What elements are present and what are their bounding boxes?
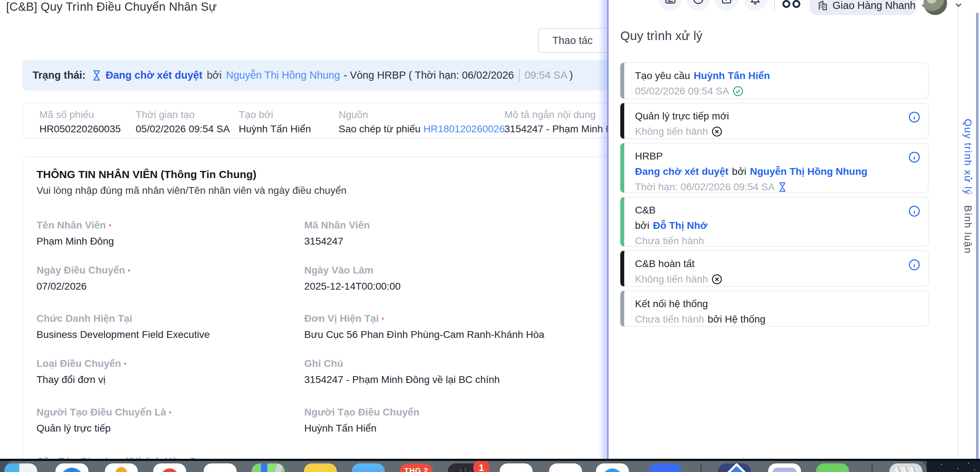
status-label: Trạng thái: <box>33 70 86 81</box>
employee-info-card: THÔNG TIN NHÂN VIÊN (Thông Tin Chung) Vu… <box>22 156 608 459</box>
info-icon[interactable] <box>908 259 920 271</box>
workflow-step-cb-complete[interactable]: C&B hoàn tất Không tiến hành <box>620 250 929 287</box>
main-content: [C&B] Quy Trình Điều Chuyển Nhân Sự Thao… <box>0 0 608 459</box>
field-transfer-date: Ngày Điều Chuyển* 07/02/2026 <box>37 265 130 276</box>
hourglass-icon <box>92 70 101 81</box>
dock-icon-maps[interactable] <box>251 463 285 472</box>
status-round: - Vòng HRBP ( Thời hạn: 06/02/2026 <box>344 70 514 81</box>
dock-separator <box>700 463 702 472</box>
required-marker: * <box>169 410 171 417</box>
workflow-step-hrbp[interactable]: HRBP Đang chờ xét duyệt bởi Nguyễn Thị H… <box>620 143 929 193</box>
section-subtitle: Vui lòng nhập đúng mã nhân viên/Tên nhân… <box>37 185 347 196</box>
field-current-unit: Đơn Vị Hiện Tại* Bưu Cục 56 Phan Đình Ph… <box>304 313 384 324</box>
dock-icon-voice-memos[interactable] <box>153 463 186 472</box>
field-handover-question: Cần Bàn Giao Lead/Khách Hàng?* <box>37 456 201 459</box>
step-person-link[interactable]: Huỳnh Tấn Hiển <box>694 70 770 82</box>
avatar[interactable] <box>923 0 947 15</box>
side-tab-strip: Quy trình xử lý Bình luận <box>958 0 977 459</box>
status-bar: Trạng thái: Đang chờ xét duyệt bởi Nguyễ… <box>22 60 608 90</box>
step-person-link[interactable]: Đỗ Thị Nhớ <box>653 220 707 231</box>
chevron-down-icon[interactable] <box>953 0 964 10</box>
workflow-panel: Quy trình xử lý Tạo yêu cầu Huỳnh Tấn Hi… <box>608 0 958 459</box>
dock-icon-safari[interactable] <box>56 463 88 472</box>
workflow-panel-title: Quy trình xử lý <box>620 29 703 43</box>
status-by: bởi <box>207 70 222 81</box>
required-marker: * <box>124 362 126 368</box>
info-icon[interactable] <box>908 151 920 163</box>
company-selector[interactable]: Giao Hàng Nhanh <box>810 0 916 15</box>
dock-icon-app-purple[interactable] <box>768 463 801 472</box>
dock-icon-app-white-2[interactable] <box>500 463 533 472</box>
info-icon[interactable] <box>908 205 920 217</box>
desktop: THG 2 1 <box>0 461 980 472</box>
cancel-circle-icon <box>711 274 722 285</box>
status-value: Đang chờ xét duyệt <box>106 70 202 81</box>
required-marker: * <box>382 317 384 323</box>
field-start-date: Ngày Vào Làm 2025-12-14T00:00:00 <box>304 265 373 276</box>
field-creator-name: Người Tạo Điều Chuyển Huỳnh Tấn Hiển <box>304 407 420 418</box>
info-icon[interactable] <box>908 111 920 123</box>
bell-icon[interactable] <box>743 0 767 11</box>
status-time: 09:54 SA <box>525 70 567 81</box>
dock-icon-notes[interactable] <box>304 463 337 472</box>
dock-icon-app-white-1[interactable] <box>204 463 237 472</box>
dock-icon-browser[interactable] <box>596 463 629 472</box>
required-marker: * <box>128 269 130 275</box>
building-icon <box>818 0 828 11</box>
status-person-link[interactable]: Nguyễn Thị Hồng Nhung <box>226 70 340 81</box>
workflow-step-system-sync[interactable]: Kết nối hệ thống Chưa tiến hành bởi Hệ t… <box>620 290 929 327</box>
dock-icon-app-green[interactable] <box>816 463 849 472</box>
scrollbar[interactable] <box>976 13 978 459</box>
field-note: Ghi Chú 3154247 - Phạm Minh Đông về lại … <box>304 358 343 369</box>
dock-icon-app-blue[interactable] <box>649 463 682 472</box>
source-prefix: Sao chép từ phiếu <box>339 124 423 135</box>
cancel-circle-icon <box>711 126 722 137</box>
dock-icon-calendar[interactable]: THG 2 <box>400 463 433 472</box>
status-divider <box>519 69 520 82</box>
notification-badge: 1 <box>473 461 490 472</box>
wallpaper <box>927 461 980 472</box>
dock-icon-trash[interactable] <box>889 463 923 472</box>
company-name: Giao Hàng Nhanh <box>832 0 916 11</box>
action-button[interactable]: Thao tác <box>538 28 608 53</box>
screen: [C&B] Quy Trình Điều Chuyển Nhân Sự Thao… <box>0 0 980 472</box>
dock-icon-launchpad[interactable] <box>105 463 138 472</box>
field-creator-role: Người Tạo Điều Chuyển Là* Quản lý trực t… <box>37 407 171 418</box>
tab-comments[interactable]: Bình luận <box>962 205 974 254</box>
help-icon[interactable] <box>687 0 710 11</box>
apps-icon[interactable] <box>783 0 800 8</box>
approvals-icon[interactable] <box>715 0 738 11</box>
source-ticket-link[interactable]: HR180120260026 <box>423 124 505 135</box>
dock-icon-deploy-tool[interactable] <box>718 463 751 472</box>
app-header: Giao Hàng Nhanh <box>0 0 980 21</box>
news-icon[interactable] <box>659 0 682 11</box>
section-title: THÔNG TIN NHÂN VIÊN (Thông Tin Chung) <box>37 168 256 181</box>
dock-icon-messages[interactable] <box>352 463 385 472</box>
field-transfer-type: Loại Điều Chuyển* Thay đổi đơn vị <box>37 358 126 369</box>
field-employee-code: Mã Nhân Viên 3154247 <box>304 220 370 231</box>
dock-icon-finder[interactable] <box>4 463 37 472</box>
header-divider <box>774 0 775 10</box>
dock: THG 2 1 <box>4 461 927 472</box>
check-circle-icon <box>733 86 743 97</box>
calendar-month-label: THG 2 <box>404 466 428 472</box>
ticket-info-box: Mã số phiếu HR050220260035 Thời gian tạo… <box>22 103 608 138</box>
step-person-link[interactable]: Nguyễn Thị Hồng Nhung <box>750 166 867 177</box>
hourglass-icon <box>778 182 787 192</box>
dock-icon-app-white-3[interactable] <box>549 463 582 472</box>
tab-workflow[interactable]: Quy trình xử lý <box>962 119 974 195</box>
workflow-step-new-manager[interactable]: Quản lý trực tiếp mới Không tiến hành <box>620 103 929 139</box>
field-current-title: Chức Danh Hiện Tại Business Development … <box>37 313 132 324</box>
status-paren: ) <box>570 70 573 81</box>
field-employee-name: Tên Nhân Viên* Phạm Minh Đông <box>37 220 111 231</box>
workflow-step-create[interactable]: Tạo yêu cầu Huỳnh Tấn Hiển 05/02/2026 09… <box>620 62 929 99</box>
required-marker: * <box>109 223 111 230</box>
dock-separator <box>872 463 873 472</box>
tab-divider <box>964 193 973 194</box>
created-by-link[interactable]: Huỳnh Tấn Hiển <box>239 124 311 135</box>
workflow-step-cb[interactable]: C&B bởi Đỗ Thị Nhớ Chưa tiến hành <box>620 197 929 247</box>
